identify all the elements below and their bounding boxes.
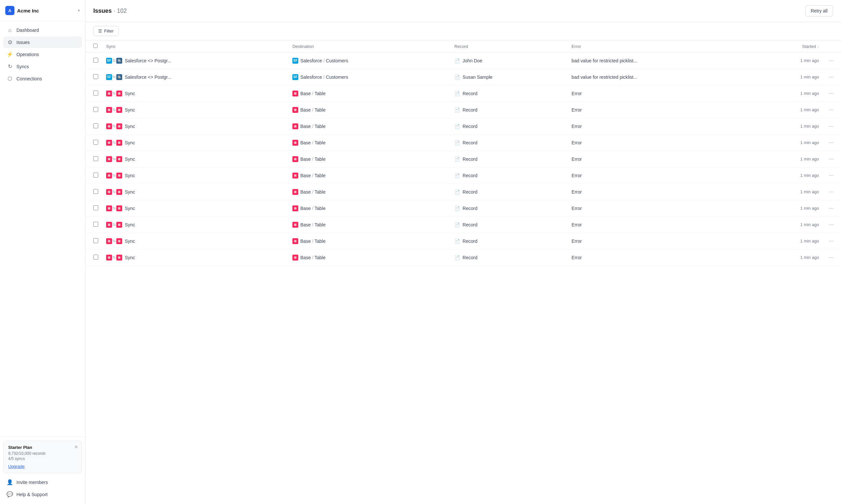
sidebar-item-operations[interactable]: ⚡Operations [3,49,82,60]
sidebar-item-issues[interactable]: ⊙Issues [3,36,82,48]
destination-cell: ⊠ Base / Table [289,184,450,200]
plan-syncs: 4/5 syncs [8,456,77,461]
row-checkbox[interactable] [93,156,98,161]
dest-airtable-icon: ⊠ [292,238,298,244]
upgrade-link[interactable]: Upgrade [8,464,24,469]
sidebar-item-label: Syncs [16,64,29,69]
destination-text: Base / Table [300,124,326,129]
bottom-nav-item-help[interactable]: 💬Help & Support [3,489,82,500]
destination-cell: ⊠ Base / Table [289,200,450,217]
airtable-icon-left: ⊠ [106,238,112,244]
record-value: Record [463,140,477,145]
row-actions-button[interactable]: ··· [827,56,836,65]
destination-cell: SF Salesforce / Customers [289,69,450,85]
record-doc-icon: 📄 [454,189,460,195]
destination-text: Base / Table [300,140,326,145]
row-actions-button[interactable]: ··· [827,220,836,229]
started-cell: 1 min ago [755,167,823,184]
table-row: ⊠ ⇆ ⊠ Sync ⊠ Base / Table 📄 Record [85,217,841,233]
dashboard-icon: ⌂ [6,27,13,33]
row-checkbox[interactable] [93,173,98,178]
filter-button[interactable]: ☰ Filter [93,26,119,36]
row-actions-button[interactable]: ··· [827,73,836,81]
row-checkbox[interactable] [93,140,98,145]
sidebar-item-syncs[interactable]: ↻Syncs [3,61,82,72]
started-value: 1 min ago [800,222,819,227]
error-text: Error [572,189,582,195]
record-value: Record [463,255,477,260]
started-value: 1 min ago [800,107,819,112]
destination-text: Base / Table [300,107,326,112]
row-actions-button[interactable]: ··· [827,122,836,130]
row-checkbox-cell [85,200,102,217]
toolbar: ☰ Filter [85,22,841,40]
row-actions-button[interactable]: ··· [827,253,836,262]
row-checkbox-cell [85,102,102,118]
row-actions-button[interactable]: ··· [827,204,836,212]
error-text: Error [572,238,582,244]
destination-text: Base / Table [300,91,326,96]
error-cell: Error [568,118,755,134]
error-text: bad value for restricted picklist... [572,74,637,80]
sync-cell: SF ⇆ 🐘 Salesforce <> Postgr... [102,53,289,69]
error-cell: Error [568,151,755,167]
destination-cell: ⊠ Base / Table [289,217,450,233]
row-checkbox[interactable] [93,107,98,112]
record-doc-icon: 📄 [454,58,460,63]
row-actions-button[interactable]: ··· [827,171,836,179]
actions-cell: ··· [823,167,841,184]
started-value: 1 min ago [800,173,819,178]
sync-label: Sync [125,124,135,129]
row-checkbox[interactable] [93,205,98,210]
main-content: Issues · 102 Retry all ☰ Filter Sync Des… [85,0,841,504]
row-actions-button[interactable]: ··· [827,155,836,163]
row-checkbox[interactable] [93,123,98,128]
row-checkbox[interactable] [93,58,98,63]
row-checkbox-cell [85,134,102,151]
destination-text: Salesforce / Customers [300,74,348,80]
row-actions-button[interactable]: ··· [827,237,836,245]
row-actions-button[interactable]: ··· [827,106,836,114]
started-value: 1 min ago [800,140,819,145]
filter-label: Filter [104,29,114,34]
row-checkbox[interactable] [93,91,98,95]
started-value: 1 min ago [800,206,819,211]
error-cell: Error [568,167,755,184]
sidebar-item-dashboard[interactable]: ⌂Dashboard [3,24,82,36]
row-actions-button[interactable]: ··· [827,139,836,147]
sync-label: Salesforce <> Postgr... [125,74,171,80]
plan-records: 9,732/10,000 records [8,451,77,456]
airtable-icon-left: ⊠ [106,140,112,146]
sync-label: Sync [125,255,135,260]
row-actions-button[interactable]: ··· [827,89,836,97]
sync-arrow-icon: ⇆ [113,124,116,128]
airtable-icon-left: ⊠ [106,222,112,228]
sidebar-item-connections[interactable]: ⬡Connections [3,73,82,84]
dest-airtable-icon: ⊠ [292,205,298,211]
row-actions-button[interactable]: ··· [827,188,836,196]
row-checkbox[interactable] [93,238,98,243]
airtable-icon-left: ⊠ [106,156,112,162]
sidebar-item-label: Operations [16,52,39,57]
table-row: ⊠ ⇆ ⊠ Sync ⊠ Base / Table 📄 Record [85,102,841,118]
row-checkbox[interactable] [93,222,98,227]
record-value: Record [463,157,477,162]
airtable-icon-left: ⊠ [106,189,112,195]
error-cell: Error [568,200,755,217]
row-checkbox[interactable] [93,255,98,259]
plan-close-icon[interactable]: ✕ [74,444,78,450]
actions-cell: ··· [823,217,841,233]
dest-airtable-icon: ⊠ [292,107,298,113]
col-started[interactable]: Started ↓ [755,40,823,53]
retry-all-button[interactable]: Retry all [805,5,833,16]
row-checkbox[interactable] [93,189,98,194]
sidebar-item-label: Dashboard [16,28,39,33]
error-cell: Error [568,134,755,151]
started-cell: 1 min ago [755,249,823,266]
select-all-checkbox[interactable] [93,43,98,48]
company-header[interactable]: A Acme Inc ▾ [0,0,85,21]
row-checkbox[interactable] [93,74,98,79]
row-checkbox-cell [85,118,102,134]
bottom-nav-item-invite[interactable]: 👤Invite members [3,476,82,488]
avatar: A [5,6,15,15]
